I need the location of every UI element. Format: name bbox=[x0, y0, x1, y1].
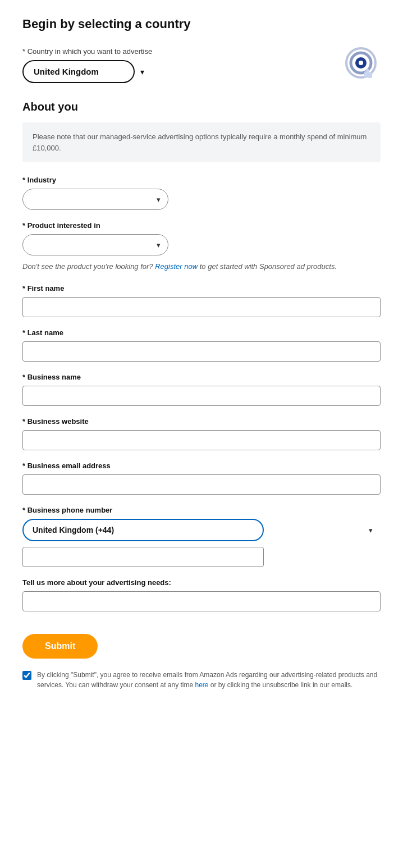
advertising-needs-input[interactable] bbox=[22, 591, 381, 611]
industry-group: * Industry Automotive CPG Finance Health… bbox=[22, 176, 381, 210]
register-now-link[interactable]: Register now bbox=[155, 262, 198, 271]
helper-suffix: to get started with Sponsored ad product… bbox=[200, 262, 337, 271]
advertising-needs-label: Tell us more about your advertising need… bbox=[22, 578, 381, 587]
country-select-wrapper: United Kingdom United States Germany Fra… bbox=[22, 60, 152, 83]
about-section: About you Please note that our managed-s… bbox=[22, 100, 381, 162]
phone-label: * Business phone number bbox=[22, 506, 381, 514]
advertising-needs-group: Tell us more about your advertising need… bbox=[22, 578, 381, 611]
consent-here-link[interactable]: here bbox=[195, 681, 208, 689]
country-left: * Country in which you want to advertise… bbox=[22, 47, 152, 83]
product-group: * Product interested in Display Ads Vide… bbox=[22, 221, 381, 273]
phone-country-wrapper: United Kingdom (+44) United States (+1) … bbox=[22, 519, 381, 541]
country-section: * Country in which you want to advertise… bbox=[22, 47, 381, 84]
product-select-wrapper: Display Ads Video Ads Audio Ads Custom A… bbox=[22, 234, 168, 255]
country-chevron-icon: ▾ bbox=[140, 67, 144, 76]
last-name-label: * Last name bbox=[22, 328, 381, 337]
business-name-input[interactable] bbox=[22, 386, 381, 406]
first-name-group: * First name bbox=[22, 284, 381, 317]
last-name-group: * Last name bbox=[22, 328, 381, 362]
phone-number-input[interactable] bbox=[22, 547, 264, 567]
consent-text: By clicking "Submit", you agree to recei… bbox=[37, 670, 381, 690]
country-select[interactable]: United Kingdom United States Germany Fra… bbox=[22, 60, 135, 83]
business-website-group: * Business website bbox=[22, 417, 381, 450]
phone-country-select[interactable]: United Kingdom (+44) United States (+1) … bbox=[22, 519, 264, 541]
industry-label: * Industry bbox=[22, 176, 381, 184]
phone-inputs: United Kingdom (+44) United States (+1) … bbox=[22, 519, 381, 567]
helper-prefix: Don't see the product you're looking for… bbox=[22, 262, 153, 271]
about-section-title: About you bbox=[22, 100, 381, 113]
location-icon bbox=[343, 46, 379, 83]
business-name-label: * Business name bbox=[22, 373, 381, 381]
phone-country-chevron-icon: ▾ bbox=[369, 526, 373, 534]
industry-select[interactable]: Automotive CPG Finance Health Retail Tec… bbox=[22, 189, 168, 210]
consent-text-2: or by clicking the unsubscribe link in o… bbox=[209, 681, 353, 689]
first-name-input[interactable] bbox=[22, 297, 381, 317]
svg-point-3 bbox=[359, 61, 363, 65]
country-field-label: * Country in which you want to advertise bbox=[22, 47, 152, 56]
submit-button[interactable]: Submit bbox=[22, 634, 98, 659]
business-email-label: * Business email address bbox=[22, 462, 381, 470]
first-name-label: * First name bbox=[22, 284, 381, 293]
industry-select-wrapper: Automotive CPG Finance Health Retail Tec… bbox=[22, 189, 168, 210]
info-box: Please note that our managed-service adv… bbox=[22, 122, 381, 162]
business-website-input[interactable] bbox=[22, 430, 381, 450]
consent-checkbox[interactable] bbox=[22, 671, 31, 680]
business-email-group: * Business email address bbox=[22, 462, 381, 495]
product-select[interactable]: Display Ads Video Ads Audio Ads Custom A… bbox=[22, 234, 168, 255]
svg-rect-5 bbox=[364, 71, 367, 78]
business-name-group: * Business name bbox=[22, 373, 381, 406]
business-email-input[interactable] bbox=[22, 474, 381, 495]
svg-rect-7 bbox=[369, 72, 372, 78]
business-website-label: * Business website bbox=[22, 417, 381, 426]
consent-row: By clicking "Submit", you agree to recei… bbox=[22, 670, 381, 690]
product-label: * Product interested in bbox=[22, 221, 381, 230]
last-name-input[interactable] bbox=[22, 341, 381, 362]
location-icon-wrapper bbox=[341, 44, 381, 84]
phone-group: * Business phone number United Kingdom (… bbox=[22, 506, 381, 567]
product-helper-text: Don't see the product you're looking for… bbox=[22, 261, 381, 273]
page-title: Begin by selecting a country bbox=[22, 17, 381, 31]
